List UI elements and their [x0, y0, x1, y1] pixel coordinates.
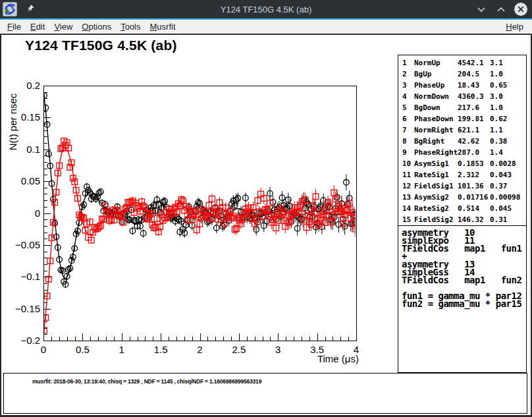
- minimize-button[interactable]: [474, 2, 489, 16]
- menu-file[interactable]: File: [3, 22, 26, 32]
- fit-info-line: musrfit: 2018-06-30, 13:19:40, chisq = 1…: [32, 378, 261, 385]
- svg-text:Time (μs): Time (μs): [317, 353, 359, 364]
- svg-text:0.15: 0.15: [21, 111, 40, 123]
- theory-box[interactable]: asymmetry 10 simplExpo 11 TFieldCos map1…: [398, 225, 527, 373]
- param-row: 1NormUp4542.13.1: [398, 58, 526, 69]
- menu-edit[interactable]: Edit: [26, 22, 49, 32]
- svg-text:−0.15: −0.15: [15, 303, 40, 314]
- param-row: 10AsymSig10.18530.0028: [398, 159, 526, 170]
- param-row: 5BgDown217.61.0: [398, 103, 526, 114]
- param-row: 2BgUp204.51.0: [398, 69, 526, 80]
- legend-box[interactable]: musrfit: 2018-06-30, 13:19:40, chisq = 1…: [3, 373, 527, 414]
- root-app-icon: [3, 2, 17, 16]
- param-row: 14RateSig20.5140.045: [398, 204, 526, 215]
- svg-text:2.5: 2.5: [232, 344, 246, 355]
- menu-help[interactable]: Help: [501, 22, 528, 32]
- svg-text:3: 3: [275, 344, 280, 355]
- svg-text:0.2: 0.2: [26, 80, 40, 91]
- svg-text:−0.2: −0.2: [20, 335, 40, 346]
- param-row: 8BgRight42.620.38: [398, 136, 526, 148]
- param-row: 6PhaseDown199.810.62: [398, 114, 526, 125]
- svg-text:1.5: 1.5: [154, 344, 168, 355]
- root-canvas: Y124 TF150G 4.5K (ab) N(t) per nsec 00.5…: [1, 35, 531, 415]
- param-row: 12FieldSig1101.360.37: [398, 181, 526, 192]
- close-button[interactable]: [514, 2, 528, 16]
- menu-view[interactable]: View: [49, 22, 77, 32]
- menu-tools[interactable]: Tools: [116, 22, 145, 32]
- svg-text:0.1: 0.1: [26, 144, 40, 155]
- window-title: Y124 TF150G 4.5K (ab): [0, 5, 532, 14]
- menu-options[interactable]: Options: [77, 22, 116, 32]
- svg-text:1: 1: [119, 344, 124, 355]
- menu-musrfit[interactable]: Musrfit: [146, 22, 180, 32]
- svg-text:2: 2: [197, 344, 202, 355]
- param-row: 3PhaseUp18.430.65: [398, 80, 526, 92]
- svg-text:0.05: 0.05: [21, 175, 40, 186]
- param-row: 7NormRight621.11.1: [398, 125, 526, 136]
- param-row: 4NormDown4360.33.0: [398, 92, 526, 103]
- svg-text:0: 0: [35, 208, 40, 219]
- svg-text:−0.1: −0.1: [20, 271, 40, 282]
- pin-icon[interactable]: [25, 4, 36, 14]
- menu-bar: File Edit View Options Tools Musrfit Hel…: [0, 20, 532, 35]
- theory-text: asymmetry 10 simplExpo 11 TFieldCos map1…: [398, 226, 526, 308]
- app-window: Y124 TF150G 4.5K (ab) File Edit View Opt…: [0, 0, 532, 417]
- param-row: 11RateSig12.3120.043: [398, 170, 526, 181]
- svg-text:0.5: 0.5: [76, 344, 90, 355]
- svg-text:0: 0: [41, 344, 46, 355]
- param-row: 15FieldSig2146.320.31: [398, 215, 526, 226]
- title-bar[interactable]: Y124 TF150G 4.5K (ab): [0, 0, 532, 18]
- parameter-box[interactable]: 1NormUp4542.13.12BgUp204.51.03PhaseUp18.…: [398, 55, 527, 225]
- maximize-button[interactable]: [494, 2, 508, 16]
- param-row: 9PhaseRight287.01.4: [398, 148, 526, 159]
- param-row: 13AsymSig20.017160.00098: [398, 192, 526, 204]
- svg-text:−0.05: −0.05: [15, 239, 40, 250]
